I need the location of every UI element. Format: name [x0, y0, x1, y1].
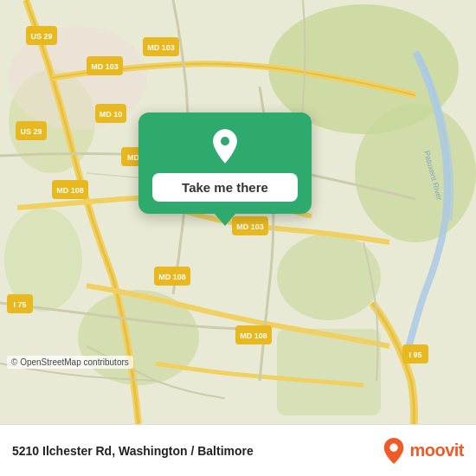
- svg-point-2: [355, 104, 476, 242]
- location-pin-icon: [207, 128, 243, 164]
- svg-text:US 29: US 29: [30, 32, 52, 41]
- take-me-there-button[interactable]: Take me there: [152, 173, 298, 202]
- svg-text:MD 108: MD 108: [56, 186, 84, 195]
- address-text: 5210 Ilchester Rd, Washington / Baltimor…: [12, 444, 382, 458]
- svg-text:I 75: I 75: [13, 300, 26, 309]
- svg-text:MD 10: MD 10: [100, 110, 123, 119]
- svg-point-35: [390, 443, 398, 451]
- svg-text:MD 108: MD 108: [240, 331, 267, 340]
- svg-point-34: [221, 137, 229, 145]
- bottom-bar: 5210 Ilchester Rd, Washington / Baltimor…: [0, 424, 476, 476]
- copyright-text: © OpenStreetMap contributors: [7, 356, 133, 369]
- map-container: US 29 US 29 MD 103 MD 103 MD 10 MD MD 10…: [0, 0, 476, 424]
- svg-text:I 95: I 95: [408, 351, 421, 359]
- moovit-brand-text: moovit: [409, 441, 464, 460]
- location-popup: Take me there: [138, 113, 312, 214]
- svg-text:MD 103: MD 103: [91, 62, 119, 71]
- svg-text:MD 103: MD 103: [236, 222, 264, 231]
- svg-text:MD 108: MD 108: [158, 273, 186, 281]
- svg-text:US 29: US 29: [20, 127, 42, 136]
- svg-text:MD 103: MD 103: [147, 43, 175, 52]
- moovit-pin-icon: [382, 437, 406, 465]
- moovit-logo: moovit: [382, 437, 464, 465]
